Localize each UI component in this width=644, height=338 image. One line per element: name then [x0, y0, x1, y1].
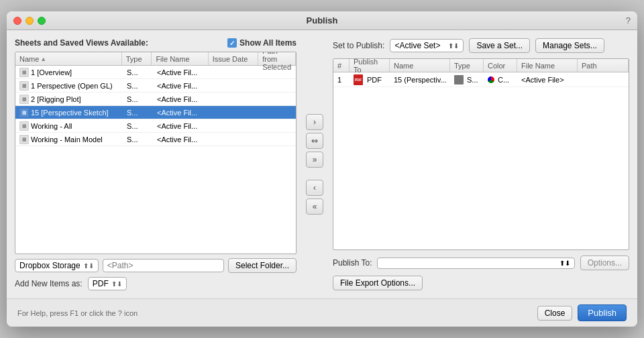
storage-dropdown[interactable]: Dropbox Storage ⬆⬇ [15, 259, 99, 272]
move-right-button[interactable]: › [306, 114, 323, 130]
set-to-publish-label: Set to Publish: [333, 41, 384, 50]
arrow-panel: › ⇔ » ‹ « [303, 38, 326, 290]
add-new-label: Add New Items as: [15, 279, 83, 288]
row-icon: ▦ [19, 135, 29, 144]
row-type: S... [123, 122, 153, 130]
rt-col-header-path[interactable]: Path [578, 59, 629, 72]
sketch-icon [454, 75, 464, 84]
path-input[interactable] [103, 259, 224, 272]
col-header-path[interactable]: Path from Selected [258, 52, 296, 65]
dropdown-stepper-icon: ⬆⬇ [559, 260, 570, 267]
sheets-views-label: Sheets and Saved Views Available: [15, 38, 148, 48]
move-left-all-button[interactable]: « [306, 199, 323, 215]
row-icon: ▦ [19, 81, 29, 91]
color-dot-icon [488, 76, 494, 83]
rt-row-name: 15 (Perspectiv... [390, 76, 450, 84]
select-folder-button[interactable]: Select Folder... [228, 258, 297, 273]
rt-col-header-publish[interactable]: Publish To [350, 59, 390, 72]
row-name: ▦ 15 [Perspective Sketch] [15, 108, 123, 117]
left-panel-header: Sheets and Saved Views Available: ✓ Show… [15, 38, 297, 48]
publish-to-label: Publish To: [333, 258, 372, 268]
close-button[interactable]: Close [537, 306, 573, 321]
col-header-type[interactable]: Type [122, 52, 152, 65]
col-header-name[interactable]: Name ▲ [15, 52, 122, 65]
file-export-button[interactable]: File Export Options... [333, 276, 423, 290]
table-row[interactable]: ▦ 2 [Rigging Plot] S... <Active Fil... [15, 93, 296, 106]
minimize-traffic-light[interactable] [25, 17, 34, 25]
row-type: S... [123, 95, 153, 103]
rt-col-header-type[interactable]: Type [450, 59, 484, 72]
show-all-label: Show All Items [239, 38, 297, 48]
row-icon: ▦ [19, 121, 29, 131]
publish-to-dropdown[interactable]: ⬆⬇ [377, 258, 574, 269]
sort-arrow: ▲ [40, 56, 46, 62]
rt-row-num: 1 [333, 76, 350, 84]
row-name: ▦ 1 [Overview] [15, 68, 123, 77]
row-type: S... [123, 82, 153, 90]
rt-col-header-name[interactable]: Name [390, 59, 450, 72]
sheets-table: Name ▲ Type File Name Issue Date Path fr… [15, 52, 297, 254]
active-set-dropdown[interactable]: <Active Set> ⬆⬇ [390, 39, 464, 52]
publish-dialog: Publish ? Sheets and Saved Views Availab… [7, 11, 637, 327]
left-bottom: Dropbox Storage ⬆⬇ Select Folder... Add … [15, 258, 297, 290]
help-icon[interactable]: ? [626, 15, 631, 25]
table-row[interactable]: ▦ 1 Perspective (Open GL) S... <Active F… [15, 79, 296, 93]
move-bidirectional-button[interactable]: ⇔ [306, 133, 323, 149]
row-name: ▦ Working - All [15, 121, 123, 131]
row-filename: <Active Fil... [153, 109, 210, 117]
maximize-traffic-light[interactable] [38, 17, 46, 25]
checkbox-icon: ✓ [227, 38, 237, 48]
dropdown-arrow-icon: ⬆⬇ [111, 280, 122, 288]
row-filename: <Active Fil... [153, 82, 210, 90]
rt-col-header-color[interactable]: Color [484, 59, 517, 72]
right-bottom: Publish To: ⬆⬇ Options... File Export Op… [333, 256, 629, 290]
row-icon: ▦ [19, 108, 29, 117]
row-type: S... [123, 109, 153, 117]
save-set-button[interactable]: Save a Set... [469, 38, 530, 53]
horizontal-scrollbar[interactable] [15, 253, 296, 254]
row-filename: <Active Fil... [153, 95, 210, 103]
options-button[interactable]: Options... [580, 256, 629, 270]
pdf-icon: PDF [354, 74, 363, 85]
stepper-icon: ⬆⬇ [448, 42, 459, 50]
right-panel: Set to Publish: <Active Set> ⬆⬇ Save a S… [333, 38, 629, 290]
footer-help-text: For Help, press F1 or click the ? icon [17, 309, 532, 317]
table-row[interactable]: ▦ Working - Main Model S... <Active Fil.… [15, 133, 296, 146]
close-traffic-light[interactable] [13, 17, 21, 25]
right-table-header: # Publish To Name Type Color F [333, 59, 629, 72]
publish-button[interactable]: Publish [578, 304, 627, 321]
col-header-issue[interactable]: Issue Date [209, 52, 258, 65]
table-row[interactable]: ▦ 1 [Overview] S... <Active Fil... [15, 66, 296, 79]
row-name: ▦ 1 Perspective (Open GL) [15, 81, 123, 91]
dropdown-arrow-icon: ⬆⬇ [83, 262, 94, 270]
file-export-row: File Export Options... [333, 276, 629, 290]
publish-table-row[interactable]: 1 PDF PDF 15 (Perspectiv... S... C... [333, 72, 629, 87]
traffic-lights [13, 17, 46, 25]
add-new-dropdown[interactable]: PDF ⬆⬇ [88, 277, 127, 290]
storage-row: Dropbox Storage ⬆⬇ Select Folder... [15, 258, 297, 273]
show-all-checkbox[interactable]: ✓ Show All Items [227, 38, 297, 48]
table-row-selected[interactable]: ▦ 15 [Perspective Sketch] S... <Active F… [15, 106, 296, 119]
row-type: S... [123, 135, 153, 144]
row-type: S... [123, 68, 153, 76]
right-table-body: 1 PDF PDF 15 (Perspectiv... S... C... [333, 72, 629, 249]
table-row[interactable]: ▦ Working - All S... <Active Fil... [15, 119, 296, 133]
rt-col-header-filename[interactable]: File Name [517, 59, 578, 72]
move-left-button[interactable]: ‹ [306, 180, 323, 196]
rt-col-header-num[interactable]: # [333, 59, 350, 72]
right-top-bar: Set to Publish: <Active Set> ⬆⬇ Save a S… [333, 38, 629, 53]
publish-to-row: Publish To: ⬆⬇ Options... [333, 256, 629, 270]
titlebar: Publish ? [7, 11, 637, 30]
rt-row-color: C... [484, 76, 517, 84]
row-name: ▦ Working - Main Model [15, 135, 123, 144]
move-right-all-button[interactable]: » [306, 152, 323, 168]
row-icon: ▦ [19, 95, 29, 104]
rt-row-filename: <Active File> [517, 76, 578, 84]
publish-table: # Publish To Name Type Color F [333, 58, 629, 250]
add-new-row: Add New Items as: PDF ⬆⬇ [15, 277, 297, 290]
left-panel: Sheets and Saved Views Available: ✓ Show… [15, 38, 297, 290]
col-header-filename[interactable]: File Name [152, 52, 208, 65]
row-name: ▦ 2 [Rigging Plot] [15, 95, 123, 104]
table-body: ▦ 1 [Overview] S... <Active Fil... ▦ 1 P… [15, 66, 296, 253]
manage-sets-button[interactable]: Manage Sets... [535, 38, 604, 53]
